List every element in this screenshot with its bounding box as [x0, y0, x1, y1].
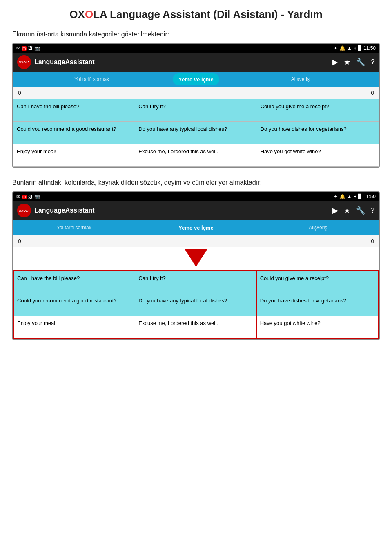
app-title-1: LanguageAssistant: [34, 58, 329, 66]
phrase-cell-1-6[interactable]: Enjoy your meal!: [13, 144, 135, 167]
app-logo-1: OXOLA: [17, 55, 31, 69]
phrase-cell-1-0[interactable]: Can I have the bill please?: [13, 99, 135, 122]
down-arrow-icon: [185, 249, 207, 267]
tab-shopping-2[interactable]: Alışveriş: [257, 220, 379, 235]
phrase-cell-2-0[interactable]: Can I have the bill please?: [14, 271, 135, 293]
status-bar-left-1: ✉ m 🖼 📷: [16, 46, 40, 51]
time-1: 11:50: [363, 45, 376, 51]
wifi-icon-2: ▲: [347, 194, 352, 199]
counter-right-2: 0: [371, 238, 374, 244]
gallery-icon: 🖼: [28, 46, 33, 51]
phrase-cell-1-3[interactable]: Could you recommend a good restaurant?: [13, 122, 135, 144]
arrow-container: [13, 247, 379, 270]
tab-directions-2[interactable]: Yol tarifi sormak: [13, 220, 135, 235]
phrase-grid-2: Can I have the bill please? Can I try it…: [13, 270, 379, 339]
tab-shopping-1[interactable]: Alışveriş: [222, 72, 379, 87]
phrase-grid-1: Can I have the bill please? Can I try it…: [13, 99, 379, 167]
play-icon-1[interactable]: ▶: [332, 58, 338, 67]
phone-frame-1: ✉ m 🖼 📷 ✦ 🔔 ▲ H ▊ 11:50 OXOLA LanguageAs…: [12, 43, 380, 168]
phrase-cell-1-2[interactable]: Could you give me a receipt?: [257, 99, 379, 122]
app-bar-1: OXOLA LanguageAssistant ▶ ★ 🔧 ?: [13, 53, 379, 72]
status-bar-right-2: ✦ 🔔 ▲ H ▊ 11:50: [334, 194, 376, 199]
phrase-cell-2-2[interactable]: Could you give me a receipt?: [257, 271, 378, 293]
phrase-cell-2-5[interactable]: Do you have dishes for vegetarians?: [257, 293, 378, 316]
signal-icon: ▊: [358, 45, 362, 51]
camera-icon: 📷: [34, 46, 40, 51]
bluetooth-icon-2: ✦: [334, 194, 338, 199]
phrase-cell-1-8[interactable]: Have you got white wine?: [257, 144, 379, 167]
phrase-cell-2-4[interactable]: Do you have any typical local dishes?: [135, 293, 256, 316]
phone-frame-2: ✉ m 🖼 📷 ✦ 🔔 ▲ H ▊ 11:50 OXOLA LanguageAs…: [12, 191, 380, 340]
phrase-cell-2-1[interactable]: Can I try it?: [135, 271, 256, 293]
page-title: OXOLA Language Assistant (Dil Asistanı) …: [12, 8, 380, 21]
counter-row-1: 0 0: [13, 87, 379, 99]
silent-icon: 🔔: [339, 45, 345, 51]
h-icon: H: [354, 46, 356, 51]
tab-food-1[interactable]: Yeme ve İçme: [173, 73, 219, 85]
wrench-icon-1[interactable]: 🔧: [356, 58, 365, 67]
silent-icon-2: 🔔: [339, 194, 345, 199]
bluetooth-icon: ✦: [334, 45, 338, 51]
phrase-cell-1-5[interactable]: Do you have dishes for vegetarians?: [257, 122, 379, 144]
counter-left-1: 0: [18, 90, 21, 96]
star-icon-2[interactable]: ★: [344, 206, 350, 215]
h-icon-2: H: [354, 195, 356, 199]
category-tabs-1: Yol tarifi sormak Yeme ve İçme Alışveriş: [13, 72, 379, 87]
m-icon: m: [22, 46, 27, 51]
counter-row-2: 0 0: [13, 235, 379, 247]
category-tabs-2: Yol tarifi sormak Yeme ve İçme Alışveriş: [13, 220, 379, 235]
status-bar-right-1: ✦ 🔔 ▲ H ▊ 11:50: [334, 45, 376, 51]
wrench-icon-2[interactable]: 🔧: [356, 206, 365, 215]
status-bar-1: ✉ m 🖼 📷 ✦ 🔔 ▲ H ▊ 11:50: [13, 44, 379, 53]
phrase-cell-1-7[interactable]: Excuse me, I ordered this as well.: [135, 144, 257, 167]
app-bar-icons-1: ▶ ★ 🔧 ?: [332, 58, 375, 67]
phrase-cell-2-8[interactable]: Have you got white wine?: [257, 316, 378, 338]
tab-directions-1[interactable]: Yol tarifi sormak: [13, 72, 170, 87]
help-icon-1[interactable]: ?: [371, 58, 375, 66]
app-bar-2: OXOLA LanguageAssistant ▶ ★ 🔧 ?: [13, 201, 379, 220]
phrase-cell-2-7[interactable]: Excuse me, I ordered this as well.: [135, 316, 256, 338]
counter-right-1: 0: [371, 90, 374, 96]
signal-icon-2: ▊: [358, 194, 362, 199]
wifi-icon: ▲: [347, 45, 352, 51]
time-2: 11:50: [363, 194, 376, 199]
phrase-cell-1-4[interactable]: Do you have any typical local dishes?: [135, 122, 257, 144]
app-logo-2: OXOLA: [17, 204, 31, 217]
phrase-cell-2-3[interactable]: Could you recommend a good restaurant?: [14, 293, 135, 316]
section2-description: Bunların altındaki kolonlarda, kaynak di…: [12, 179, 380, 186]
status-bar-left-2: ✉ m 🖼 📷: [16, 194, 40, 199]
tab-food-2[interactable]: Yeme ve İçme: [135, 220, 257, 235]
help-icon-2[interactable]: ?: [371, 207, 375, 214]
app-bar-icons-2: ▶ ★ 🔧 ?: [332, 206, 375, 215]
section1-description: Ekranın üst-orta kısmında kategoriler gö…: [12, 31, 380, 38]
phrase-cell-2-6[interactable]: Enjoy your meal!: [14, 316, 135, 338]
app-title-2: LanguageAssistant: [34, 207, 329, 214]
email-icon: ✉: [16, 46, 20, 51]
phrase-cell-1-1[interactable]: Can I try it?: [135, 99, 257, 122]
email-icon-2: ✉: [16, 194, 20, 199]
status-bar-2: ✉ m 🖼 📷 ✦ 🔔 ▲ H ▊ 11:50: [13, 192, 379, 201]
gallery-icon-2: 🖼: [28, 194, 33, 199]
counter-left-2: 0: [18, 238, 21, 244]
m-icon-2: m: [22, 195, 27, 199]
play-icon-2[interactable]: ▶: [332, 206, 338, 215]
star-icon-1[interactable]: ★: [344, 58, 350, 67]
camera-icon-2: 📷: [34, 194, 40, 199]
